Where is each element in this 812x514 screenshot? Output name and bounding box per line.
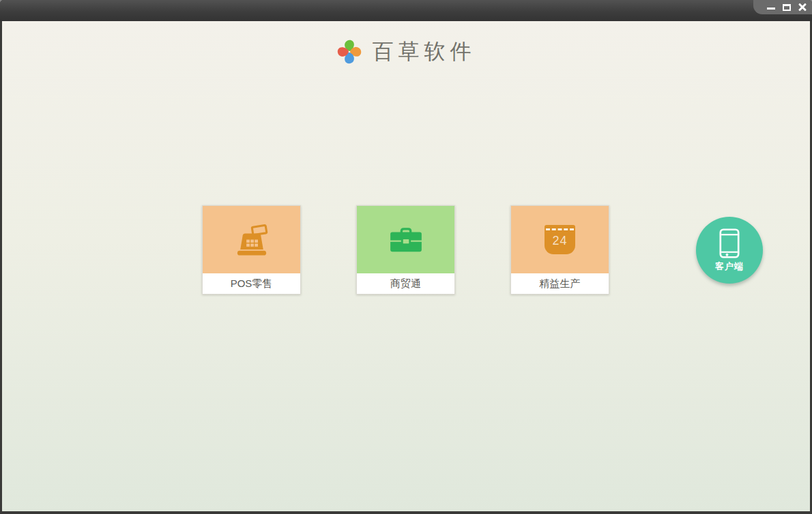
- close-button[interactable]: [798, 3, 807, 12]
- calendar-day: 24: [545, 234, 575, 248]
- app-title: 百草软件: [373, 37, 476, 66]
- product-card-lean[interactable]: 24 精益生产: [510, 205, 609, 294]
- main-content: 百草软件: [2, 21, 810, 511]
- close-icon: [798, 3, 807, 12]
- card-label: POS零售: [203, 273, 300, 294]
- minimize-button[interactable]: [766, 3, 776, 12]
- card-label: 精益生产: [511, 273, 609, 294]
- app-header: 百草软件: [2, 37, 810, 66]
- calendar-dashes: [546, 228, 574, 230]
- cash-register-icon: [233, 224, 271, 256]
- title-bar[interactable]: [0, 0, 812, 21]
- product-card-pos[interactable]: POS零售: [202, 205, 301, 294]
- client-button-label: 客户端: [715, 260, 744, 273]
- pinwheel-logo-icon: [336, 39, 362, 65]
- maximize-button[interactable]: [782, 3, 792, 12]
- card-icon-area: [357, 206, 454, 273]
- card-label: 商贸通: [357, 273, 454, 294]
- client-button[interactable]: 客户端: [696, 217, 763, 284]
- card-icon-area: 24: [511, 206, 609, 273]
- window-controls: [753, 0, 812, 14]
- calendar-icon: 24: [545, 225, 575, 254]
- card-icon-area: [203, 206, 300, 273]
- minimize-icon: [767, 7, 775, 10]
- maximize-icon: [783, 4, 791, 11]
- app-window: 百草软件: [0, 0, 812, 514]
- briefcase-icon: [389, 226, 423, 254]
- smartphone-icon: [719, 228, 740, 258]
- product-card-trade[interactable]: 商贸通: [356, 205, 455, 294]
